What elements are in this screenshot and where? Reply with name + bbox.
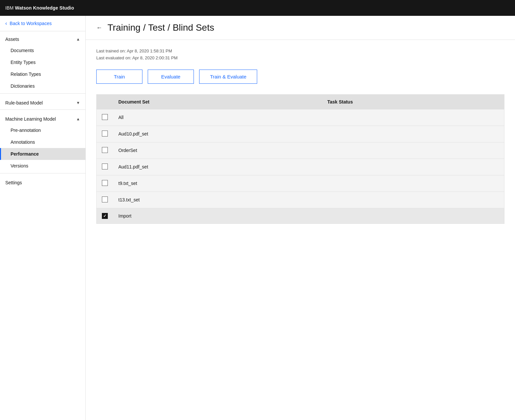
sidebar-settings-header[interactable]: Settings xyxy=(0,175,85,188)
training-info: Last trained on: Apr 8, 2020 1:58:31 PM … xyxy=(96,48,504,62)
task-status-cell xyxy=(322,126,504,142)
page-title: Training / Test / Blind Sets xyxy=(107,22,214,33)
back-label: Back to Workspaces xyxy=(10,21,51,26)
checkbox-cell[interactable] xyxy=(97,159,113,175)
checkbox-aud11[interactable] xyxy=(102,164,108,169)
checkbox-all[interactable] xyxy=(102,114,108,120)
brand-name: Watson Knowledge Studio xyxy=(15,5,74,11)
sidebar-item-dictionaries[interactable]: Dictionaries xyxy=(0,80,85,92)
task-status-cell xyxy=(322,208,504,224)
sidebar-item-documents[interactable]: Documents xyxy=(0,45,85,56)
sidebar-rule-based-header[interactable]: Rule-based Model ▼ xyxy=(0,95,85,108)
sidebar-section-settings: Settings xyxy=(0,175,85,188)
doc-set-cell: t13.txt_set xyxy=(113,192,322,208)
doc-set-cell: Aud11.pdf_set xyxy=(113,159,322,175)
checkbox-t9[interactable] xyxy=(102,180,108,186)
task-status-column-header: Task Status xyxy=(322,94,504,109)
ml-label: Machine Learning Model xyxy=(5,116,56,122)
settings-label: Settings xyxy=(5,180,22,185)
app-layout: ‹ Back to Workspaces Assets ▲ Documents … xyxy=(0,16,515,420)
train-evaluate-button[interactable]: Train & Evaluate xyxy=(199,70,257,84)
top-nav: IBM Watson Knowledge Studio xyxy=(0,0,515,16)
sidebar-divider-1 xyxy=(0,93,85,94)
task-status-cell xyxy=(322,142,504,159)
task-status-cell xyxy=(322,159,504,175)
table-row: All xyxy=(97,109,504,126)
table-row: Aud10.pdf_set xyxy=(97,126,504,142)
main-content: ← Training / Test / Blind Sets Last trai… xyxy=(86,16,515,420)
page-header: ← Training / Test / Blind Sets xyxy=(86,16,515,40)
sidebar-section-assets: Assets ▲ Documents Entity Types Relation… xyxy=(0,31,85,92)
doc-set-cell: All xyxy=(113,109,322,126)
sidebar-divider-3 xyxy=(0,173,85,173)
sidebar-section-rule-based: Rule-based Model ▼ xyxy=(0,95,85,108)
page-back-arrow[interactable]: ← xyxy=(96,24,102,31)
last-evaluated-text: Last evaluated on: Apr 8, 2020 2:00:31 P… xyxy=(96,55,504,62)
document-set-column-header: Document Set xyxy=(113,94,322,109)
task-status-cell xyxy=(322,192,504,208)
table-row: OrderSet xyxy=(97,142,504,159)
checkbox-cell[interactable] xyxy=(97,192,113,208)
checkbox-aud10[interactable] xyxy=(102,131,108,136)
sidebar-item-performance[interactable]: Performance xyxy=(0,148,85,160)
brand-logo: IBM Watson Knowledge Studio xyxy=(5,5,74,11)
checkbox-column-header xyxy=(97,94,113,109)
checkbox-import[interactable] xyxy=(102,213,108,219)
last-trained-text: Last trained on: Apr 8, 2020 1:58:31 PM xyxy=(96,48,504,55)
task-status-cell xyxy=(322,109,504,126)
table-row: t9.txt_set xyxy=(97,175,504,192)
sidebar-ml-header[interactable]: Machine Learning Model ▲ xyxy=(0,111,85,124)
back-to-workspaces[interactable]: ‹ Back to Workspaces xyxy=(0,16,85,31)
rule-based-label: Rule-based Model xyxy=(5,100,43,105)
sidebar-item-relation-types[interactable]: Relation Types xyxy=(0,68,85,80)
sidebar-item-annotations[interactable]: Annotations xyxy=(0,136,85,148)
checkbox-orderset[interactable] xyxy=(102,147,108,153)
checkbox-cell[interactable] xyxy=(97,109,113,126)
sidebar-assets-header[interactable]: Assets ▲ xyxy=(0,31,85,45)
sidebar-item-versions[interactable]: Versions xyxy=(0,160,85,172)
back-icon: ‹ xyxy=(5,20,7,26)
doc-set-cell: Aud10.pdf_set xyxy=(113,126,322,142)
sidebar-divider-2 xyxy=(0,109,85,110)
sidebar-item-pre-annotation[interactable]: Pre-annotation xyxy=(0,124,85,136)
checkbox-cell[interactable] xyxy=(97,126,113,142)
checkbox-cell[interactable] xyxy=(97,208,113,224)
doc-set-cell: OrderSet xyxy=(113,142,322,159)
sidebar-section-ml: Machine Learning Model ▲ Pre-annotation … xyxy=(0,111,85,172)
checkbox-t13[interactable] xyxy=(102,196,108,202)
task-status-cell xyxy=(322,175,504,192)
ml-chevron: ▲ xyxy=(76,117,80,121)
document-set-table: Document Set Task Status AllAud10.pdf_se… xyxy=(96,94,504,224)
table-row: t13.txt_set xyxy=(97,192,504,208)
sidebar-item-entity-types[interactable]: Entity Types xyxy=(0,56,85,68)
table-row: Aud11.pdf_set xyxy=(97,159,504,175)
sidebar: ‹ Back to Workspaces Assets ▲ Documents … xyxy=(0,16,86,420)
assets-label: Assets xyxy=(5,37,19,42)
checkbox-cell[interactable] xyxy=(97,142,113,159)
train-button[interactable]: Train xyxy=(96,70,142,84)
checkbox-cell[interactable] xyxy=(97,175,113,192)
action-buttons-group: Train Evaluate Train & Evaluate xyxy=(96,70,504,84)
table-row: Import xyxy=(97,208,504,224)
doc-set-cell: Import xyxy=(113,208,322,224)
evaluate-button[interactable]: Evaluate xyxy=(148,70,194,84)
page-content-area: Last trained on: Apr 8, 2020 1:58:31 PM … xyxy=(86,40,515,232)
assets-chevron: ▲ xyxy=(76,37,80,42)
doc-set-cell: t9.txt_set xyxy=(113,175,322,192)
rule-based-chevron: ▼ xyxy=(76,101,80,105)
